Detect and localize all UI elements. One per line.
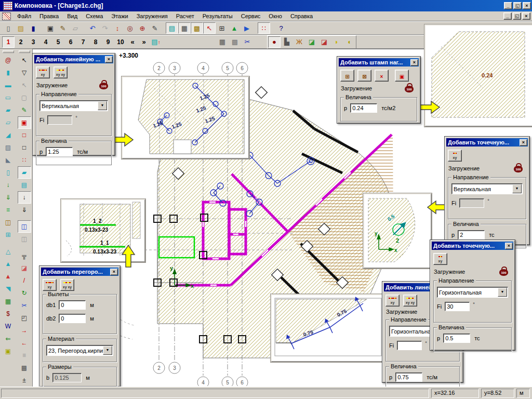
contour-import-button[interactable]: ← bbox=[18, 337, 31, 349]
partitions-mode-button[interactable]: □ bbox=[18, 129, 31, 141]
flag-button[interactable]: ▶ bbox=[241, 22, 253, 34]
menu-item[interactable]: Этажи bbox=[107, 12, 132, 20]
close-icon[interactable]: × bbox=[505, 243, 513, 249]
child-minimize-button[interactable]: _ bbox=[503, 12, 512, 20]
export-word-button[interactable]: W bbox=[2, 320, 15, 332]
load-press-button[interactable]: ▙ bbox=[281, 36, 293, 48]
paint-properties-button[interactable]: ✎ bbox=[18, 104, 31, 116]
close-icon[interactable]: × bbox=[520, 139, 527, 146]
lock-fragment-button[interactable]: ▣ bbox=[2, 345, 15, 357]
p-value-field[interactable]: 0.5 bbox=[443, 334, 470, 343]
add-door-button[interactable]: ◫ bbox=[2, 216, 15, 229]
menu-item[interactable]: Вид bbox=[63, 12, 82, 20]
add-ramp-button[interactable]: ◢ bbox=[2, 129, 15, 141]
pick-contour-button[interactable]: ⊞ bbox=[340, 70, 354, 82]
floor-button[interactable]: 6 bbox=[64, 36, 77, 48]
contour-export-button[interactable]: → bbox=[18, 324, 31, 337]
add-roof-gable-button[interactable]: ▲ bbox=[2, 258, 15, 270]
floor-button[interactable]: 4 bbox=[39, 36, 52, 48]
menu-item[interactable]: Результаты bbox=[198, 12, 237, 20]
grid-delete-button[interactable]: ▩ bbox=[229, 36, 241, 48]
add-line-load-button[interactable]: ⇓ bbox=[2, 191, 15, 204]
filter-button[interactable]: ▽ bbox=[18, 66, 31, 79]
select-fragment-button[interactable]: ▣ bbox=[44, 22, 57, 34]
direction-select[interactable]: Горизонтальная ▼ bbox=[437, 287, 508, 298]
menu-item[interactable]: Правка bbox=[35, 12, 63, 20]
weight-icon[interactable]: 100 bbox=[99, 83, 108, 89]
menu-item[interactable]: Файл bbox=[13, 12, 35, 20]
close-button[interactable]: × bbox=[523, 2, 531, 9]
p-value-field[interactable]: 0.24 bbox=[350, 103, 377, 113]
add-column-button[interactable]: ▮ bbox=[2, 66, 15, 79]
walls-mode-button[interactable]: ▣ bbox=[18, 116, 31, 129]
dialog-titlebar[interactable]: Добавить перегоро... × bbox=[41, 268, 118, 276]
grid-cut-button[interactable]: ✂ bbox=[241, 36, 254, 48]
dynamic-view-button[interactable]: ▲ bbox=[228, 22, 241, 34]
edit-pencil-button[interactable]: ✎ bbox=[149, 22, 161, 34]
pick-point-button[interactable]: xy bbox=[43, 279, 57, 291]
db2-field[interactable]: 0 bbox=[59, 314, 86, 323]
add-roof-section-button[interactable]: ◥ bbox=[2, 283, 15, 295]
grid-steps-button[interactable]: ▦ bbox=[216, 36, 229, 48]
add-opening-button[interactable]: ▰ bbox=[2, 104, 15, 116]
pick-point-button[interactable]: xy bbox=[448, 150, 462, 162]
layers-mode-button[interactable]: ▤ bbox=[18, 179, 31, 191]
add-area-load-button[interactable]: ≡ bbox=[2, 204, 15, 216]
cut-button[interactable]: ✂ bbox=[18, 299, 31, 312]
stairs-button[interactable]: ≡ bbox=[18, 349, 31, 362]
show-mesh-button[interactable]: ▩ bbox=[191, 22, 203, 34]
add-roof-slope-button[interactable]: △ bbox=[2, 245, 15, 258]
close-icon[interactable]: × bbox=[410, 59, 418, 66]
point-loads-mode-button[interactable]: ↓ bbox=[18, 191, 31, 204]
menu-item[interactable]: Загружения bbox=[132, 12, 172, 20]
copy-fragment-button[interactable]: ◰ bbox=[18, 312, 31, 324]
add-window-button[interactable]: ⊞ bbox=[2, 229, 15, 241]
pick-segment-button[interactable]: xy xy bbox=[54, 66, 68, 78]
floor-button[interactable]: 7 bbox=[77, 36, 89, 48]
dialog-titlebar[interactable]: Добавить точечную... × bbox=[432, 242, 513, 250]
select-mode-button[interactable]: ↖ bbox=[203, 22, 216, 34]
center-view-button[interactable]: ⊞ bbox=[216, 22, 228, 34]
copy-floor-button[interactable]: ◪ bbox=[18, 262, 31, 274]
pick-point-button[interactable]: xy bbox=[433, 253, 447, 265]
context-help-button[interactable]: ? bbox=[275, 22, 287, 34]
open-file-button[interactable]: ▨ bbox=[15, 22, 27, 34]
line-loads-mode-button[interactable]: ⇓ bbox=[18, 204, 31, 216]
add-point-load-button[interactable]: ↓ bbox=[2, 179, 15, 191]
properties-button[interactable]: ✎ bbox=[57, 22, 69, 34]
direction-select[interactable]: Вертикальная ▼ bbox=[451, 183, 523, 194]
minimize-button[interactable]: _ bbox=[504, 2, 512, 9]
zoom-all-button[interactable]: ⊕ bbox=[136, 22, 149, 34]
add-roof-mansard-button[interactable]: ▲ bbox=[2, 270, 15, 283]
p-value-field[interactable]: 0.75 bbox=[395, 373, 422, 382]
delete-all-button[interactable]: × bbox=[375, 70, 389, 82]
select-pointer-button[interactable]: ↖ bbox=[18, 54, 31, 66]
toolbar-handle[interactable] bbox=[3, 50, 14, 53]
rect-selection-button[interactable]: ▢ bbox=[18, 91, 31, 104]
load-assign-doc-button[interactable]: ◪ bbox=[305, 36, 318, 48]
load-remove-doc-button[interactable]: ◪ bbox=[318, 36, 330, 48]
add-beam-button[interactable]: ▬ bbox=[2, 79, 15, 91]
floor-button[interactable]: 2 bbox=[15, 36, 27, 48]
floor-button[interactable]: 5 bbox=[52, 36, 64, 48]
child-restore-button[interactable]: ◱ bbox=[513, 12, 521, 20]
fi-field[interactable] bbox=[397, 341, 422, 350]
measure-button[interactable]: / bbox=[18, 274, 31, 287]
close-icon[interactable]: × bbox=[110, 269, 118, 275]
add-pier-button[interactable]: ▯ bbox=[2, 166, 15, 179]
floor-button[interactable]: 8 bbox=[89, 36, 102, 48]
weight-icon[interactable]: 100 bbox=[514, 166, 523, 172]
load-live-button[interactable]: Ж bbox=[293, 36, 305, 48]
p-value-field[interactable]: 2 bbox=[458, 230, 485, 240]
child-close-button[interactable]: × bbox=[522, 12, 530, 20]
dialog-titlebar[interactable]: Добавить штамп наг... × bbox=[339, 58, 419, 66]
dialog-titlebar[interactable]: Добавить линейную ... × bbox=[34, 55, 113, 63]
toolbar-handle[interactable] bbox=[19, 50, 30, 53]
redo-button[interactable]: ↷ bbox=[99, 22, 111, 34]
cost-table-button[interactable]: $ bbox=[2, 308, 15, 320]
whole-slab-button[interactable]: ▣ bbox=[395, 70, 409, 82]
floor-button[interactable]: 9 bbox=[102, 36, 114, 48]
floor-next-button[interactable]: » bbox=[138, 36, 150, 48]
add-slab-button[interactable]: ▭ bbox=[2, 91, 15, 104]
pick-point-button[interactable]: xy bbox=[385, 295, 400, 307]
